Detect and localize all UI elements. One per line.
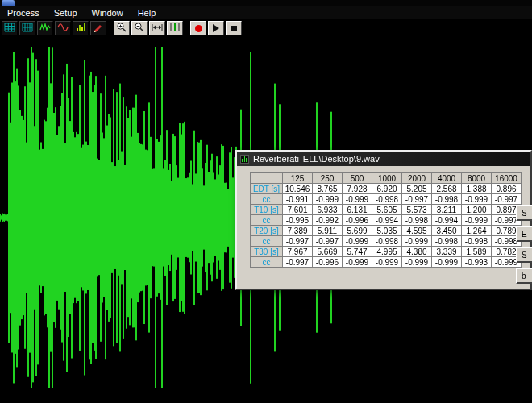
rt-value-cell: 1.200 — [462, 205, 492, 215]
rt-value-cell: 4.595 — [402, 226, 432, 236]
rt-value-cell: -0.998 — [402, 215, 432, 226]
row-label: cc — [251, 194, 283, 205]
dialog-button-4[interactable]: b — [516, 268, 532, 284]
rt-value-cell: -0.999 — [313, 194, 343, 205]
table-corner-cell — [251, 173, 283, 184]
menu-help[interactable]: Help — [131, 7, 164, 19]
window-chrome-fragment — [0, 0, 532, 6]
freq-column-header: 16000 — [492, 173, 522, 184]
row-label: T20 [s] — [251, 226, 283, 236]
dialog-button-3[interactable]: S — [516, 247, 532, 263]
stop-button[interactable] — [226, 21, 242, 35]
rt-value-cell: 8.765 — [313, 184, 343, 194]
rt-value-cell: -0.997 — [492, 194, 522, 205]
rt-value-cell: -0.992 — [313, 215, 343, 226]
stop-icon — [231, 26, 237, 31]
rt-value-cell: 5.035 — [372, 226, 402, 236]
rt-value-cell: 6.131 — [343, 205, 372, 215]
document-title-fragment: ELL\Desktop\9.wav — [303, 154, 380, 164]
spectrum-bars-icon-button[interactable] — [73, 21, 89, 35]
rt-value-cell: -0.994 — [372, 215, 402, 226]
rt-value-cell: 6.920 — [372, 184, 402, 194]
rt-value-cell: -0.999 — [462, 194, 492, 205]
rt-value-cell: 1.388 — [462, 184, 492, 194]
rt-value-cell: 5.205 — [402, 184, 432, 194]
grid-icon — [4, 23, 15, 35]
table-row: EDT [s]10.5468.7657.9286.9205.2052.5681.… — [251, 184, 522, 194]
row-label: EDT [s] — [251, 184, 283, 194]
rt-value-cell: -0.991 — [283, 194, 313, 205]
row-label: cc — [251, 215, 283, 226]
rt-value-cell: 1.589 — [462, 247, 492, 257]
play-button[interactable] — [208, 21, 224, 35]
rt-value-cell: 7.928 — [343, 184, 372, 194]
rt-value-cell: 5.573 — [402, 205, 432, 215]
rt-value-cell: -0.997 — [402, 194, 432, 205]
table-row: cc-0.997-0.997-0.999-0.998-0.999-0.998-0… — [251, 236, 522, 247]
rt-value-cell: 6.933 — [313, 205, 343, 215]
table-row: T10 [s]7.6016.9336.1315.6055.5733.2111.2… — [251, 205, 522, 215]
rt-value-cell: -0.998 — [432, 194, 462, 205]
dialog-button-1[interactable]: S — [516, 205, 532, 221]
waveform-icon-button[interactable] — [37, 21, 53, 35]
row-label: T30 [s] — [251, 247, 283, 257]
waveform-icon — [39, 23, 51, 35]
zoom-in-button[interactable] — [114, 21, 130, 35]
reverberation-dialog: Reverberati ELL\Desktop\9.wav 1252505001… — [235, 150, 532, 290]
rt-value-cell: 5.669 — [313, 247, 343, 257]
marker-button[interactable] — [167, 21, 183, 35]
dialog-title-bar[interactable]: Reverberati ELL\Desktop\9.wav — [237, 152, 530, 166]
freq-column-header: 1000 — [372, 173, 402, 184]
spectrum-bars-icon — [75, 23, 86, 35]
rt-value-cell: -0.998 — [462, 236, 492, 247]
freq-column-header: 500 — [343, 173, 372, 184]
row-label: cc — [251, 236, 283, 247]
dialog-button-2[interactable]: E — [516, 226, 532, 242]
table-row: cc-0.991-0.999-0.999-0.998-0.997-0.998-0… — [251, 194, 522, 205]
row-label: cc — [251, 257, 283, 268]
table-header-row: 125250500100020004000800016000 — [251, 173, 522, 184]
freq-column-header: 250 — [313, 173, 343, 184]
table-row: T30 [s]7.9675.6695.7474.9954.3803.3391.5… — [251, 247, 522, 257]
rt-value-cell: -0.996 — [343, 215, 372, 226]
zoom-in-icon — [116, 22, 127, 35]
menu-window[interactable]: Window — [85, 7, 131, 19]
rt-value-cell: 1.264 — [462, 226, 492, 236]
rt-value-cell: 10.546 — [283, 184, 313, 194]
rt-value-cell: 7.389 — [283, 226, 313, 236]
rt-value-cell: -0.996 — [313, 257, 343, 268]
rt-value-cell: 4.995 — [372, 247, 402, 257]
grid-2-icon-button[interactable] — [19, 21, 35, 35]
dialog-icon — [240, 155, 249, 164]
pencil-icon-button[interactable] — [90, 21, 106, 35]
zoom-out-button[interactable] — [131, 21, 148, 35]
rt-value-cell: -0.999 — [372, 257, 402, 268]
menu-process[interactable]: Process — [0, 7, 47, 19]
app-window: Process Setup Window Help — [0, 0, 532, 403]
grid-icon-button[interactable] — [2, 21, 18, 35]
rt-value-cell: -0.999 — [343, 236, 372, 247]
menu-setup[interactable]: Setup — [47, 7, 85, 19]
table-row: cc-0.995-0.992-0.996-0.994-0.998-0.994-0… — [251, 215, 522, 226]
freq-column-header: 2000 — [402, 173, 432, 184]
rt-value-cell: 5.699 — [343, 226, 372, 236]
rt-value-cell: 5.911 — [313, 226, 343, 236]
table-row: T20 [s]7.3895.9115.6995.0354.5953.4501.2… — [251, 226, 522, 236]
rt-value-cell: -0.999 — [343, 194, 372, 205]
toolbar — [2, 20, 532, 36]
rt-value-cell: 7.967 — [283, 247, 313, 257]
rt-value-cell: -0.997 — [313, 236, 343, 247]
rt-value-cell: -0.994 — [432, 215, 462, 226]
rt-value-cell: 3.339 — [432, 247, 462, 257]
sine-curve-icon-button[interactable] — [55, 21, 71, 35]
fit-horizontal-icon — [152, 23, 163, 35]
fit-horizontal-button[interactable] — [149, 21, 165, 35]
record-button[interactable] — [190, 21, 206, 35]
rt-value-cell: 4.380 — [402, 247, 432, 257]
row-label: T10 [s] — [251, 205, 283, 215]
reverberation-table: 125250500100020004000800016000 EDT [s]10… — [250, 172, 522, 268]
record-icon — [195, 25, 202, 32]
grid-2-icon — [22, 23, 33, 35]
rt-value-cell: -0.998 — [432, 236, 462, 247]
zoom-out-icon — [134, 22, 145, 35]
